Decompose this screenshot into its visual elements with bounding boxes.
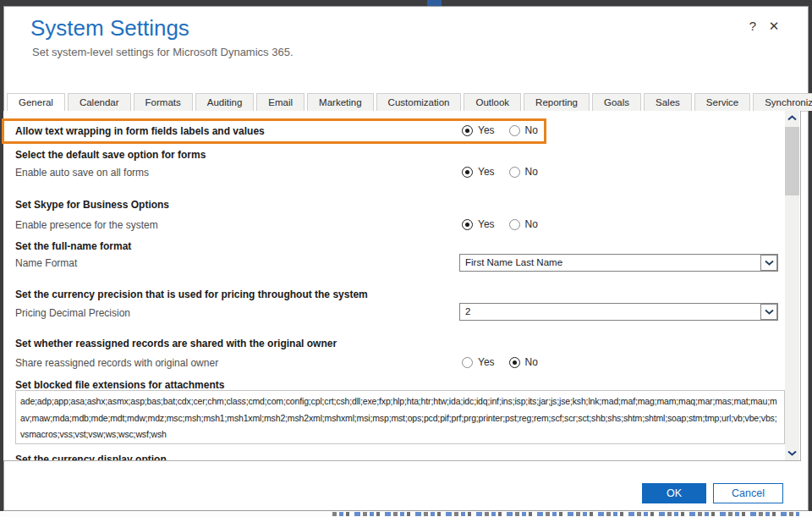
chevron-down-icon <box>760 255 777 271</box>
blocked-extensions-header: Set blocked file extensions for attachme… <box>15 379 224 391</box>
auto-save-label: Enable auto save on all forms <box>15 167 149 179</box>
tab-auditing[interactable]: Auditing <box>195 93 255 111</box>
scroll-down-icon[interactable] <box>785 446 799 460</box>
name-format-label: Name Format <box>15 257 77 269</box>
tab-general[interactable]: General <box>7 93 65 112</box>
no-label: No <box>525 166 538 178</box>
chevron-down-icon <box>760 304 777 320</box>
background-page-top <box>0 0 812 6</box>
tab-outlook[interactable]: Outlook <box>464 93 521 111</box>
yes-label: Yes <box>478 218 495 230</box>
default-save-header: Select the default save option for forms <box>15 149 206 161</box>
tab-email[interactable]: Email <box>256 93 304 111</box>
currency-display-header: Set the currency display option <box>15 454 167 461</box>
settings-scroll-area: Allow text wrapping in form fields label… <box>3 111 801 461</box>
background-page-element <box>427 0 442 6</box>
tab-sales[interactable]: Sales <box>644 93 692 111</box>
presence-no-radio[interactable] <box>509 219 520 230</box>
close-icon[interactable]: ✕ <box>766 19 782 34</box>
no-label: No <box>525 218 538 230</box>
vertical-scrollbar[interactable] <box>785 111 799 460</box>
tab-calendar[interactable]: Calendar <box>68 93 131 111</box>
no-label: No <box>525 356 538 368</box>
share-reassigned-no-radio[interactable] <box>509 357 520 368</box>
background-page-right <box>809 0 812 517</box>
yes-label: Yes <box>478 356 495 368</box>
presence-yes-radio[interactable] <box>462 219 473 230</box>
share-reassigned-label: Share reassigned records with original o… <box>15 357 218 369</box>
scroll-up-icon[interactable] <box>785 111 799 125</box>
page-title: System Settings <box>30 15 189 41</box>
tab-bar: General Calendar Formats Auditing Email … <box>3 93 808 112</box>
auto-save-no-radio[interactable] <box>509 167 520 178</box>
auto-save-yes-radio[interactable] <box>462 167 473 178</box>
scrollbar-thumb[interactable] <box>785 127 799 195</box>
tab-synchronization[interactable]: Synchronization <box>753 93 812 111</box>
skype-header: Set Skype for Business Options <box>15 199 169 211</box>
auto-save-radio-group: Yes No <box>462 165 538 179</box>
tab-service[interactable]: Service <box>694 93 750 111</box>
presence-label: Enable presence for the system <box>15 219 158 231</box>
currency-precision-header: Set the currency precision that is used … <box>15 289 368 300</box>
help-icon[interactable]: ? <box>745 19 760 33</box>
background-page-text <box>332 512 799 516</box>
tab-marketing[interactable]: Marketing <box>307 93 374 111</box>
pricing-precision-label: Pricing Decimal Precision <box>15 307 130 319</box>
ok-button[interactable]: OK <box>642 483 706 503</box>
pricing-precision-value: 2 <box>465 306 470 316</box>
tab-goals[interactable]: Goals <box>592 93 641 111</box>
blocked-extensions-input[interactable]: ade;adp;app;asa;ashx;asmx;asp;bas;bat;cd… <box>15 390 785 444</box>
tab-formats[interactable]: Formats <box>134 93 193 111</box>
share-reassigned-yes-radio[interactable] <box>462 357 473 368</box>
presence-radio-group: Yes No <box>462 217 538 231</box>
pricing-precision-select[interactable]: 2 <box>459 303 778 321</box>
cancel-button[interactable]: Cancel <box>713 483 783 503</box>
yes-label: Yes <box>478 166 495 178</box>
full-name-header: Set the full-name format <box>15 240 131 252</box>
name-format-value: First Name Last Name <box>465 257 562 267</box>
tab-customization[interactable]: Customization <box>376 93 462 111</box>
name-format-select[interactable]: First Name Last Name <box>459 254 778 272</box>
share-reassigned-radio-group: Yes No <box>462 355 538 369</box>
highlight-box <box>2 118 546 144</box>
page-subtitle: Set system-level settings for Microsoft … <box>32 46 294 58</box>
reassigned-records-header: Set whether reassigned records are share… <box>15 338 337 349</box>
tab-reporting[interactable]: Reporting <box>524 93 590 111</box>
